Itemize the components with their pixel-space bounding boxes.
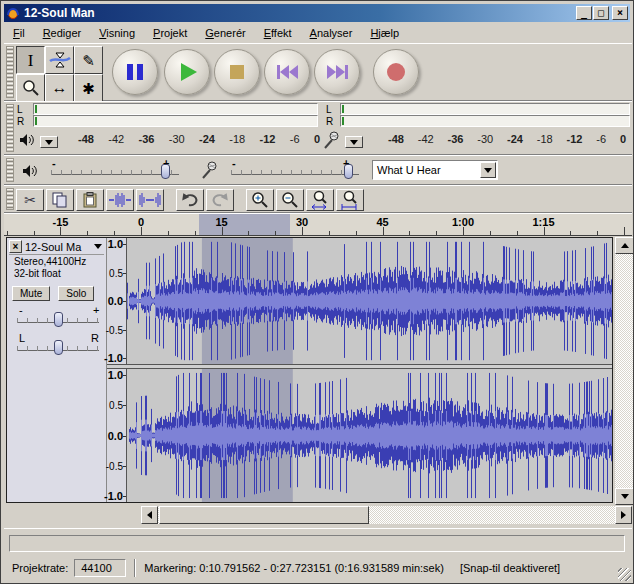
cut-button[interactable]: ✂ [16, 189, 44, 211]
menu-hjælp[interactable]: Hjælp [361, 25, 408, 41]
maximize-button[interactable]: □ [593, 6, 609, 20]
scroll-left-button[interactable] [141, 506, 158, 524]
ruler-tick [114, 231, 115, 235]
silence-selection-button[interactable] [136, 189, 164, 211]
mixer-grabber[interactable] [6, 158, 14, 182]
gain-slider[interactable] [17, 308, 99, 330]
undo-button[interactable] [176, 189, 204, 211]
meter-grabber[interactable] [6, 104, 14, 152]
toolbar-grabber[interactable] [6, 46, 14, 98]
mixer-toolbar: - + - + What U Hear [4, 155, 632, 185]
vertical-scrollbar[interactable] [615, 237, 634, 505]
microphone-icon[interactable] [322, 130, 340, 150]
close-button[interactable]: × [612, 6, 628, 20]
pause-button[interactable] [112, 49, 158, 95]
track-title: 12-Soul Ma [25, 241, 94, 253]
skip-end-icon [327, 65, 348, 79]
timeshift-tool-button[interactable]: ↔ [45, 74, 74, 102]
scroll-up-button[interactable] [615, 237, 634, 254]
horizontal-scrollbar[interactable] [141, 506, 632, 524]
title-bar[interactable]: 12-Soul Man _ □ × [4, 4, 630, 22]
record-button[interactable] [373, 49, 419, 95]
left-channel-waveform[interactable] [127, 238, 612, 364]
arrow-down-icon [621, 494, 629, 499]
mute-button[interactable]: Mute [12, 286, 50, 301]
arrow-up-icon [621, 243, 629, 248]
input-volume-thumb[interactable] [344, 164, 353, 179]
stop-button[interactable] [214, 49, 260, 95]
envelope-tool-button[interactable] [45, 46, 74, 74]
skip-to-start-button[interactable] [264, 49, 310, 95]
right-channel-waveform[interactable] [127, 369, 612, 502]
silence-icon [139, 192, 161, 208]
fit-selection-button[interactable] [306, 189, 334, 211]
track-menu-button[interactable] [94, 244, 102, 249]
fit-project-icon [340, 190, 360, 210]
meter-scale-value: -12 [260, 133, 276, 145]
meter-scale-value: -30 [169, 133, 185, 145]
amplitude-tick [123, 301, 126, 302]
left-channel: 1.00.50.0-0.5-1.0 [107, 238, 612, 364]
amplitude-label: 1.0 [108, 369, 123, 381]
draw-tool-button[interactable]: ✎ [74, 46, 103, 74]
fit-selection-icon [310, 190, 330, 210]
fit-project-button[interactable] [336, 189, 364, 211]
play-button[interactable] [164, 49, 210, 95]
ruler-label: 0 [138, 216, 144, 228]
menu-visning[interactable]: Visning [90, 25, 144, 41]
input-volume-slider[interactable] [231, 160, 359, 182]
copy-button[interactable] [46, 189, 74, 211]
menu-rediger[interactable]: Rediger [34, 25, 91, 41]
recording-meter-menu-button[interactable] [345, 136, 363, 148]
gain-thumb[interactable] [54, 312, 63, 327]
zoom-out-button[interactable] [276, 189, 304, 211]
track-close-button[interactable]: × [9, 240, 22, 253]
multi-tool-button[interactable]: ✱ [74, 74, 103, 102]
ruler-tick [34, 231, 35, 235]
playback-meter-right-label: R [17, 116, 27, 127]
horizontal-scrollbar-thumb[interactable] [159, 506, 369, 524]
input-source-dropdown-button[interactable] [480, 162, 496, 178]
ruler-tick [463, 227, 464, 235]
zoom-in-button[interactable] [246, 189, 274, 211]
timeline-ruler[interactable]: -1501530451:001:15 [4, 213, 632, 236]
amplitude-tick [123, 358, 126, 359]
speaker-icon[interactable] [19, 133, 35, 147]
input-source-select[interactable]: What U Hear [372, 160, 498, 180]
output-volume-thumb[interactable] [161, 164, 170, 179]
menu-projekt[interactable]: Projekt [144, 25, 196, 41]
audacity-window: 12-Soul Man _ □ × FilRedigerVisningProje… [0, 0, 634, 584]
output-volume-slider[interactable] [51, 160, 179, 182]
vertical-scrollbar-track[interactable] [615, 254, 634, 488]
playback-meter-menu-button[interactable] [40, 136, 58, 148]
menu-generér[interactable]: Generér [196, 25, 254, 41]
menu-fil[interactable]: Fil [4, 25, 34, 41]
resize-grip[interactable] [618, 568, 631, 581]
amplitude-tick [123, 273, 126, 274]
zoom-in-icon [251, 191, 269, 209]
ruler-tick [356, 231, 357, 235]
ibeam-icon: I [28, 52, 34, 69]
scroll-down-button[interactable] [615, 488, 634, 505]
redo-button[interactable] [206, 189, 234, 211]
solo-button[interactable]: Solo [58, 286, 94, 301]
ruler-tick [544, 227, 545, 235]
selection-tool-button[interactable]: I [16, 46, 45, 74]
ruler-tick [597, 231, 598, 235]
meter-scale-value: -18 [537, 133, 553, 145]
minimize-button[interactable]: _ [576, 6, 592, 20]
pan-thumb[interactable] [54, 340, 63, 355]
edit-grabber[interactable] [6, 188, 14, 210]
amplitude-tick [123, 496, 126, 497]
trim-outside-selection-button[interactable] [106, 189, 134, 211]
scroll-right-button[interactable] [615, 506, 632, 524]
menu-effekt[interactable]: Effekt [255, 25, 301, 41]
paste-button[interactable] [76, 189, 104, 211]
skip-to-end-button[interactable] [314, 49, 360, 95]
pan-slider[interactable] [17, 336, 99, 358]
ruler-tick [517, 231, 518, 235]
zoom-tool-button[interactable] [16, 74, 45, 102]
menu-analyser[interactable]: Analyser [301, 25, 362, 41]
left-channel-vertical-ruler[interactable]: 1.00.50.0-0.5-1.0 [107, 238, 127, 364]
right-channel-vertical-ruler[interactable]: 1.00.50.0-0.5-1.0 [107, 369, 127, 502]
